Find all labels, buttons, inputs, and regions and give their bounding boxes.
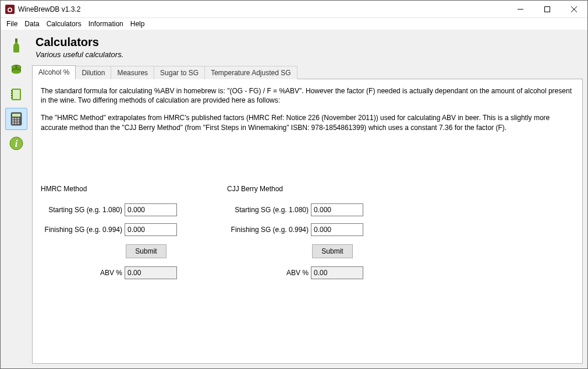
svg-text:i: i xyxy=(15,139,18,149)
tab-measures[interactable]: Measures xyxy=(111,66,154,79)
sidebar-item-calculator[interactable] xyxy=(5,108,27,130)
description-para-2: The "HMRC Method" extrapolates from HMRC… xyxy=(41,113,574,132)
svg-rect-7 xyxy=(15,38,17,42)
menu-information[interactable]: Information xyxy=(85,19,127,29)
svg-point-18 xyxy=(11,93,12,94)
svg-point-17 xyxy=(11,90,12,92)
svg-point-2 xyxy=(9,8,12,11)
cjj-method-section: CJJ Berry Method Starting SG (e.g. 1.080… xyxy=(227,185,408,286)
cjj-finish-sg-input[interactable] xyxy=(311,223,363,236)
bottle-icon xyxy=(8,37,24,54)
hmrc-finish-sg-label: Finishing SG (e.g. 0.994) xyxy=(41,226,122,234)
svg-rect-28 xyxy=(17,120,19,122)
hmrc-abv-label: ABV % xyxy=(41,269,122,277)
hmrc-start-sg-label: Starting SG (e.g. 1.080) xyxy=(41,206,122,214)
info-icon: i xyxy=(8,135,24,152)
cjj-start-sg-label: Starting SG (e.g. 1.080) xyxy=(227,206,309,214)
svg-rect-31 xyxy=(17,122,19,124)
cjj-title: CJJ Berry Method xyxy=(227,185,408,193)
cjj-abv-label: ABV % xyxy=(227,269,309,277)
svg-rect-4 xyxy=(545,6,550,12)
hmrc-abv-output xyxy=(125,266,177,279)
svg-point-20 xyxy=(11,97,12,99)
svg-rect-25 xyxy=(17,118,19,120)
title-bar: WineBrewDB v1.3.2 xyxy=(1,1,587,18)
svg-point-12 xyxy=(12,70,21,74)
close-button[interactable] xyxy=(561,1,587,18)
menu-bar: File Data Calculators Information Help xyxy=(1,18,587,30)
app-icon xyxy=(5,5,15,14)
svg-rect-29 xyxy=(12,122,14,124)
hmrc-finish-sg-input[interactable] xyxy=(125,223,177,236)
svg-rect-23 xyxy=(12,118,14,120)
page-title: Calculators xyxy=(36,36,583,49)
tab-temp-adjusted-sg[interactable]: Temperature Adjusted SG xyxy=(204,66,297,79)
tab-sugar-to-sg[interactable]: Sugar to SG xyxy=(154,66,205,79)
svg-rect-30 xyxy=(15,122,17,124)
svg-point-19 xyxy=(11,95,12,96)
svg-rect-24 xyxy=(15,118,17,120)
svg-rect-16 xyxy=(13,90,20,99)
hmrc-method-section: HMRC Method Starting SG (e.g. 1.080) Fin… xyxy=(41,185,221,286)
svg-text:$: $ xyxy=(15,65,17,69)
svg-rect-26 xyxy=(12,120,14,122)
notebook-icon xyxy=(8,86,24,103)
menu-data[interactable]: Data xyxy=(21,19,42,29)
hmrc-start-sg-input[interactable] xyxy=(125,203,177,216)
description-para-1: The standard formula for calculating %AB… xyxy=(41,86,574,105)
maximize-button[interactable] xyxy=(534,1,561,18)
hmrc-title: HMRC Method xyxy=(41,185,221,193)
svg-rect-27 xyxy=(15,120,17,122)
page-subtitle: Various useful calculators. xyxy=(36,50,583,59)
sidebar-item-bottle[interactable] xyxy=(5,34,27,57)
sidebar-item-notebook[interactable] xyxy=(5,83,27,106)
hmrc-submit-button[interactable]: Submit xyxy=(126,244,167,258)
calculator-icon xyxy=(8,111,24,127)
cjj-finish-sg-label: Finishing SG (e.g. 0.994) xyxy=(227,226,309,234)
cjj-abv-output xyxy=(311,266,363,279)
sidebar: $ xyxy=(1,30,32,368)
cjj-start-sg-input[interactable] xyxy=(311,203,363,216)
tab-panel: The standard formula for calculating %AB… xyxy=(32,79,583,364)
cjj-submit-button[interactable]: Submit xyxy=(312,244,353,258)
menu-help[interactable]: Help xyxy=(127,19,148,29)
tab-dilution[interactable]: Dilution xyxy=(75,66,111,79)
tab-alcohol-pct[interactable]: Alcohol % xyxy=(32,65,76,79)
minimize-button[interactable] xyxy=(507,1,534,18)
menu-file[interactable]: File xyxy=(3,19,21,29)
tab-strip: Alcohol % Dilution Measures Sugar to SG … xyxy=(32,65,583,79)
window-title: WineBrewDB v1.3.2 xyxy=(18,5,80,13)
sidebar-item-info[interactable]: i xyxy=(5,132,27,154)
sidebar-item-money[interactable]: $ xyxy=(5,59,27,81)
menu-calculators[interactable]: Calculators xyxy=(43,19,85,29)
money-icon: $ xyxy=(8,62,24,78)
svg-rect-22 xyxy=(12,114,20,117)
